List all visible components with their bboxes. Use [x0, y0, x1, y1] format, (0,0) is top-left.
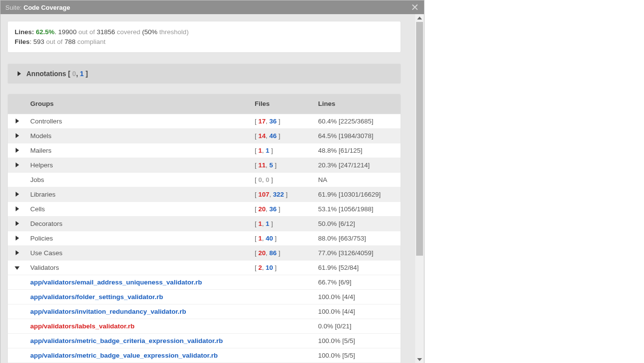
summary-card: Lines: 62.5%. 19900 out of 31856 covered…: [7, 21, 401, 53]
file-path[interactable]: app/validators/invitation_redundancy_val…: [26, 304, 251, 319]
group-row[interactable]: Libraries[ 107, 322 ]61.9% [10301/16629]: [8, 187, 401, 202]
group-row[interactable]: Jobs[ 0, 0 ]NA: [8, 172, 401, 187]
file-path[interactable]: app/validators/folder_settings_validator…: [26, 289, 251, 304]
annotations-section: Annotations [ 0, 1 ]: [7, 63, 401, 84]
annotations-header[interactable]: Annotations [ 0, 1 ]: [8, 64, 401, 83]
header-groups: Groups: [26, 94, 251, 114]
chevron-right-icon: [16, 236, 19, 241]
group-lines: 20.3% [247/1214]: [314, 158, 401, 172]
group-name: Models: [26, 128, 251, 143]
group-files: [ 11, 5 ]: [251, 158, 314, 172]
group-lines: 60.4% [2225/3685]: [314, 114, 401, 128]
title-text: Suite: Code Coverage: [5, 4, 70, 11]
title-name: Code Coverage: [23, 4, 70, 11]
group-lines: 53.1% [1056/1988]: [314, 202, 401, 216]
group-files: [ 1, 1 ]: [251, 216, 314, 231]
group-files: [ 1, 1 ]: [251, 143, 314, 158]
file-path[interactable]: app/validators/labels_validator.rb: [26, 319, 251, 333]
expand-toggle[interactable]: [8, 158, 26, 172]
close-icon[interactable]: ✕: [411, 2, 419, 12]
title-prefix: Suite:: [5, 4, 21, 11]
expand-toggle[interactable]: [8, 216, 26, 231]
header-lines: Lines: [314, 94, 401, 114]
chevron-right-icon: [16, 221, 19, 226]
group-files: [ 2, 10 ]: [251, 260, 314, 275]
group-files: [ 1, 40 ]: [251, 231, 314, 245]
scroll-up-button[interactable]: [415, 14, 424, 22]
file-path[interactable]: app/validators/email_address_uniqueness_…: [26, 275, 251, 289]
scroll-down-button[interactable]: [415, 356, 424, 363]
group-row[interactable]: Cells[ 20, 36 ]53.1% [1056/1988]: [8, 202, 401, 216]
expand-toggle[interactable]: [8, 128, 26, 143]
chevron-right-icon: [16, 250, 19, 255]
expand-toggle[interactable]: [8, 245, 26, 260]
group-row[interactable]: Models[ 14, 46 ]64.5% [1984/3078]: [8, 128, 401, 143]
group-lines: 61.9% [10301/16629]: [314, 187, 401, 202]
header-files: Files: [251, 94, 314, 114]
expand-toggle: [8, 172, 26, 187]
expand-toggle[interactable]: [8, 143, 26, 158]
file-path[interactable]: app/validators/metric_badge_value_expres…: [26, 348, 251, 363]
groups-table: Groups Files Lines Controllers[ 17, 36 ]…: [8, 94, 401, 363]
group-row[interactable]: Use Cases[ 20, 86 ]77.0% [3126/4059]: [8, 245, 401, 260]
chevron-right-icon: [16, 119, 19, 123]
scroll-thumb[interactable]: [416, 22, 423, 256]
chevron-right-icon: [16, 133, 19, 138]
file-lines: 66.7% [6/9]: [314, 275, 401, 289]
scroll-track[interactable]: [415, 22, 424, 356]
group-lines: 77.0% [3126/4059]: [314, 245, 401, 260]
file-row: app/validators/folder_settings_validator…: [8, 289, 401, 304]
vertical-scrollbar[interactable]: [415, 14, 424, 363]
chevron-down-icon: [15, 266, 20, 270]
expand-toggle[interactable]: [8, 187, 26, 202]
group-lines: 48.8% [61/125]: [314, 143, 401, 158]
chevron-right-icon: [16, 162, 19, 167]
group-row[interactable]: Mailers[ 1, 1 ]48.8% [61/125]: [8, 143, 401, 158]
expand-toggle[interactable]: [8, 260, 26, 275]
group-name: Cells: [26, 202, 251, 216]
file-lines: 100.0% [4/4]: [314, 289, 401, 304]
content: Lines: 62.5%. 19900 out of 31856 covered…: [0, 14, 424, 363]
group-row[interactable]: Validators[ 2, 10 ]61.9% [52/84]: [8, 260, 401, 275]
group-lines: 64.5% [1984/3078]: [314, 128, 401, 143]
group-files: [ 20, 36 ]: [251, 202, 314, 216]
group-row[interactable]: Helpers[ 11, 5 ]20.3% [247/1214]: [8, 158, 401, 172]
expand-toggle[interactable]: [8, 202, 26, 216]
expand-toggle[interactable]: [8, 231, 26, 245]
group-name: Helpers: [26, 158, 251, 172]
file-row: app/validators/email_address_uniqueness_…: [8, 275, 401, 289]
chevron-down-icon: [417, 358, 422, 361]
group-name: Libraries: [26, 187, 251, 202]
group-lines: 61.9% [52/84]: [314, 260, 401, 275]
group-row[interactable]: Policies[ 1, 40 ]88.0% [663/753]: [8, 231, 401, 245]
annotations-expand-icon[interactable]: [12, 71, 26, 76]
file-row: app/validators/invitation_redundancy_val…: [8, 304, 401, 319]
group-lines: 88.0% [663/753]: [314, 231, 401, 245]
file-lines: 100.0% [5/5]: [314, 348, 401, 363]
group-lines: 50.0% [6/12]: [314, 216, 401, 231]
group-files: [ 17, 36 ]: [251, 114, 314, 128]
scroll-area[interactable]: Lines: 62.5%. 19900 out of 31856 covered…: [0, 14, 408, 363]
group-files: [ 0, 0 ]: [251, 172, 314, 187]
groups-section: Groups Files Lines Controllers[ 17, 36 ]…: [7, 94, 401, 363]
chevron-right-icon: [16, 192, 19, 197]
chevron-up-icon: [417, 17, 422, 20]
summary-files: Files: 593 out of 788 compliant: [15, 37, 394, 47]
group-files: [ 20, 86 ]: [251, 245, 314, 260]
file-lines: 100.0% [4/4]: [314, 304, 401, 319]
file-path[interactable]: app/validators/metric_badge_criteria_exp…: [26, 333, 251, 348]
coverage-dialog: Suite: Code Coverage ✕ Lines: 62.5%. 199…: [0, 0, 424, 363]
group-files: [ 107, 322 ]: [251, 187, 314, 202]
file-lines: 100.0% [5/5]: [314, 333, 401, 348]
summary-lines: Lines: 62.5%. 19900 out of 31856 covered…: [15, 27, 394, 37]
group-name: Controllers: [26, 114, 251, 128]
group-name: Mailers: [26, 143, 251, 158]
group-name: Policies: [26, 231, 251, 245]
group-files: [ 14, 46 ]: [251, 128, 314, 143]
chevron-right-icon: [16, 148, 19, 153]
group-lines: NA: [314, 172, 401, 187]
group-row[interactable]: Decorators[ 1, 1 ]50.0% [6/12]: [8, 216, 401, 231]
group-row[interactable]: Controllers[ 17, 36 ]60.4% [2225/3685]: [8, 114, 401, 128]
group-name: Use Cases: [26, 245, 251, 260]
expand-toggle[interactable]: [8, 114, 26, 128]
